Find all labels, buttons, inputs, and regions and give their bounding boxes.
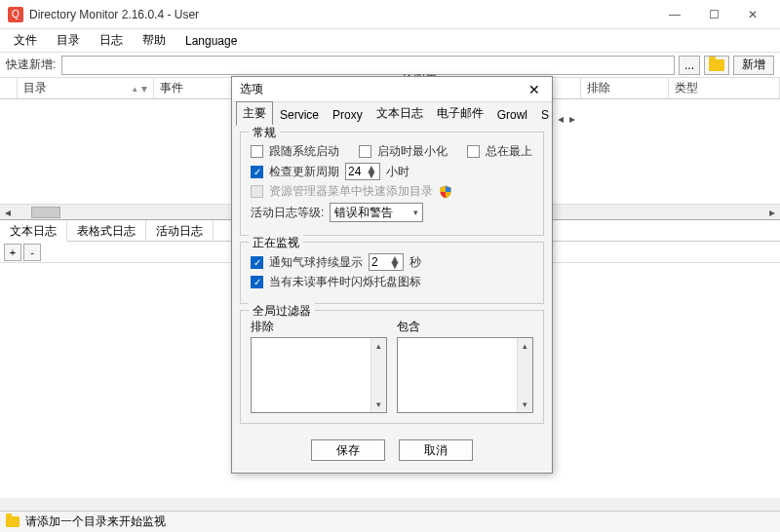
tab-service[interactable]: Service (273, 104, 326, 126)
menu-log[interactable]: 日志 (90, 29, 133, 52)
chk-explorer (251, 185, 263, 198)
folder-icon (709, 59, 724, 71)
legend-general: 常规 (249, 125, 280, 141)
label-exclude: 排除 (251, 319, 387, 335)
folder-button[interactable] (704, 56, 729, 75)
label-minimize: 启动时最小化 (377, 143, 448, 160)
browse-button[interactable]: ... (679, 56, 700, 75)
listbox-exclude[interactable]: ▴▾ (251, 337, 387, 413)
minimize-button[interactable]: — (655, 1, 694, 28)
updatecheck-value[interactable]: 24▲▼ (345, 163, 380, 180)
dialog-close-button[interactable]: ✕ (525, 82, 544, 97)
label-alwaysontop: 总在最上 (486, 143, 532, 160)
close-button[interactable]: ✕ (733, 1, 772, 28)
app-icon: Q (8, 7, 23, 22)
label-loglevel: 活动日志等级: (251, 205, 324, 221)
col-exclude[interactable]: 排除 (581, 78, 669, 98)
cancel-button[interactable]: 取消 (399, 439, 473, 461)
col-icon[interactable] (0, 78, 18, 98)
filter-icon[interactable]: ▾ (141, 82, 147, 95)
scroll-left-icon[interactable]: ◂ (0, 206, 16, 219)
dialog-tabs: 主要 Service Proxy 文本日志 电子邮件 Growl S ◂ ▸ (232, 102, 552, 126)
scroll-down-icon[interactable]: ▾ (371, 397, 386, 412)
quickadd-bar: 快速新增: ... 新增 (0, 53, 780, 78)
zoom-out-button[interactable]: - (23, 244, 41, 261)
label-updatecheck: 检查更新周期 (269, 164, 339, 180)
scroll-right-icon[interactable]: ▸ (764, 206, 780, 219)
listbox-include[interactable]: ▴▾ (397, 337, 533, 413)
chk-tray[interactable]: ✓ (251, 276, 263, 288)
dialog-title: 选项 (240, 81, 525, 97)
tab-more[interactable]: S (534, 104, 556, 126)
tab-email[interactable]: 电子邮件 (430, 101, 490, 126)
menubar: 文件 目录 日志 帮助 Language (0, 29, 780, 53)
tab-text-log[interactable]: 文本日志 (0, 220, 67, 242)
label-autostart: 跟随系统启动 (269, 143, 339, 160)
tab-nav: ◂ ▸ (556, 112, 577, 126)
chk-alwaysontop[interactable] (467, 145, 480, 158)
vertical-scrollbar[interactable]: ▴▾ (370, 338, 386, 412)
folder-icon (6, 516, 20, 527)
tab-textlog[interactable]: 文本日志 (370, 101, 430, 126)
label-balloon: 通知气球持续显示 (269, 254, 363, 271)
quickadd-label: 快速新增: (6, 57, 56, 73)
combo-loglevel[interactable]: 错误和警告▾ (330, 203, 423, 222)
balloon-value[interactable]: 2▲▼ (369, 253, 404, 271)
chk-autostart[interactable] (251, 145, 263, 158)
label-include: 包含 (397, 319, 533, 335)
statusbar: 请添加一个目录来开始监视 (0, 511, 780, 532)
status-text: 请添加一个目录来开始监视 (25, 513, 166, 530)
chk-updatecheck[interactable]: ✓ (251, 166, 263, 178)
add-button[interactable]: 新增 (733, 56, 774, 75)
sort-icon: ▴ (133, 84, 137, 94)
group-general: 常规 跟随系统启动 启动时最小化 总在最上 ✓ 检查更新周期 24▲▼ 小时 资… (240, 132, 544, 236)
menu-file[interactable]: 文件 (4, 29, 47, 52)
tab-main[interactable]: 主要 (236, 101, 273, 126)
tab-activity-log[interactable]: 活动日志 (146, 220, 214, 241)
window-title: Directory Monitor 2.16.0.4 - User (29, 8, 655, 21)
spinner-icon[interactable]: ▲▼ (366, 166, 377, 177)
legend-filters: 全局过滤器 (249, 303, 315, 320)
tab-table-log[interactable]: 表格式日志 (67, 220, 146, 241)
label-balloon-unit: 秒 (410, 254, 421, 271)
quickadd-input[interactable] (61, 56, 675, 75)
legend-monitoring: 正在监视 (249, 235, 303, 251)
titlebar: Q Directory Monitor 2.16.0.4 - User — ☐ … (0, 0, 780, 29)
uac-shield-icon (439, 185, 452, 199)
chk-minimize[interactable] (359, 145, 371, 158)
tab-next-icon[interactable]: ▸ (567, 112, 577, 126)
label-explorer: 资源管理器菜单中快速添加目录 (269, 183, 433, 200)
zoom-in-button[interactable]: + (4, 244, 21, 261)
options-dialog: 选项 ✕ 主要 Service Proxy 文本日志 电子邮件 Growl S … (231, 76, 553, 474)
group-filters: 全局过滤器 排除 ▴▾ 包含 ▴▾ (240, 310, 544, 424)
spinner-icon[interactable]: ▲▼ (389, 256, 401, 268)
tab-proxy[interactable]: Proxy (326, 104, 370, 126)
maximize-button[interactable]: ☐ (694, 1, 733, 28)
tab-prev-icon[interactable]: ◂ (556, 112, 566, 126)
chevron-down-icon: ▾ (413, 208, 418, 217)
dialog-titlebar: 选项 ✕ (232, 77, 552, 102)
col-directory[interactable]: 目录▴▾ (18, 78, 154, 98)
menu-language[interactable]: Language (176, 31, 247, 51)
group-monitoring: 正在监视 ✓ 通知气球持续显示 2▲▼ 秒 ✓ 当有未读事件时闪烁托盘图标 (240, 242, 544, 304)
scroll-thumb[interactable] (31, 207, 60, 218)
menu-directory[interactable]: 目录 (47, 29, 90, 52)
label-updatecheck-unit: 小时 (386, 164, 410, 180)
chk-balloon[interactable]: ✓ (251, 256, 263, 269)
menu-help[interactable]: 帮助 (133, 29, 176, 52)
vertical-scrollbar[interactable]: ▴▾ (517, 338, 532, 412)
save-button[interactable]: 保存 (311, 439, 385, 461)
dialog-buttons: 保存 取消 (232, 430, 552, 473)
col-type[interactable]: 类型 (669, 78, 780, 98)
label-tray: 当有未读事件时闪烁托盘图标 (269, 274, 421, 290)
tab-growl[interactable]: Growl (490, 104, 534, 126)
scroll-up-icon[interactable]: ▴ (371, 338, 386, 354)
scroll-down-icon[interactable]: ▾ (518, 397, 532, 412)
scroll-up-icon[interactable]: ▴ (518, 338, 532, 354)
